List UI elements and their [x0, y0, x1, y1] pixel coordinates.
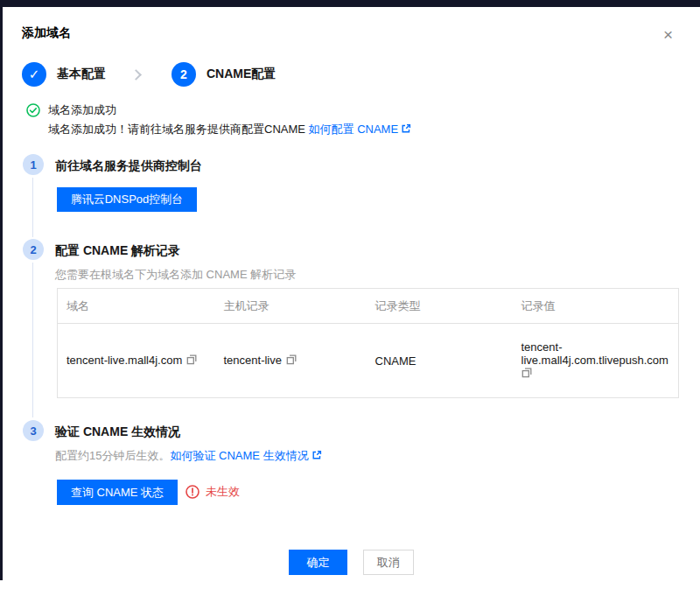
background-page-top-edge	[0, 0, 700, 7]
record-type-value: CNAME	[375, 354, 416, 368]
domain-value: tencent-live.mall4j.com	[66, 354, 182, 367]
step-connector-line	[32, 263, 33, 417]
copy-icon[interactable]	[286, 354, 297, 368]
cell-host-record: tencent-live	[215, 324, 367, 398]
chevron-right-icon	[130, 69, 142, 81]
check-icon: ✓	[29, 67, 40, 82]
close-icon[interactable]: ×	[663, 26, 673, 43]
cell-domain: tencent-live.mall4j.com	[58, 324, 215, 398]
column-header-host-record: 主机记录	[215, 289, 367, 324]
record-value: tencent-live.mall4j.com.tlivepush.com	[522, 340, 668, 367]
copy-icon[interactable]	[186, 354, 197, 368]
column-header-domain: 域名	[58, 289, 215, 324]
section-2-number: 2	[23, 239, 44, 260]
wizard-step-basic-config[interactable]: ✓ 基本配置	[22, 62, 106, 87]
wizard-steps: ✓ 基本配置 2 CNAME配置	[22, 62, 276, 87]
alert-message: 域名添加成功！请前往域名服务提供商配置CNAME 如何配置 CNAME	[48, 122, 411, 137]
external-link-icon	[312, 450, 322, 463]
cell-record-value: tencent-live.mall4j.com.tlivepush.com	[513, 324, 679, 398]
section-1-title: 前往域名服务提供商控制台	[55, 158, 202, 174]
how-to-verify-cname-link[interactable]: 如何验证 CNAME 生效情况	[170, 449, 308, 462]
copy-icon[interactable]	[522, 368, 532, 381]
section-2-title: 配置 CNAME 解析记录	[55, 243, 180, 259]
cell-record-type: CNAME	[367, 324, 513, 398]
dnspod-console-button[interactable]: 腾讯云DNSPod控制台	[57, 187, 197, 212]
column-header-record-value: 记录值	[513, 289, 679, 324]
dialog-title: 添加域名	[22, 25, 71, 41]
query-cname-status-button[interactable]: 查询 CNAME 状态	[57, 480, 178, 505]
alert-message-text: 域名添加成功！请前往域名服务提供商配置CNAME	[48, 123, 309, 136]
wizard-step-label: 基本配置	[57, 67, 106, 82]
how-to-configure-cname-link[interactable]: 如何配置 CNAME	[309, 123, 399, 136]
section-3-hint: 配置约15分钟后生效。如何验证 CNAME 生效情况	[55, 448, 322, 464]
table-row: tencent-live.mall4j.com tencent-live CNA…	[58, 324, 679, 398]
external-link-icon	[401, 123, 411, 137]
effective-time-text: 配置约15分钟后生效。	[55, 449, 170, 462]
step-number-circle: 2	[172, 62, 196, 87]
wizard-step-label: CNAME配置	[206, 67, 276, 82]
success-check-circle-icon	[26, 103, 40, 117]
section-3-title: 验证 CNAME 生效情况	[55, 424, 180, 440]
confirm-button[interactable]: 确定	[289, 550, 347, 575]
cname-records-table: 域名 主机记录 记录类型 记录值 tencent-live.mall4j.com…	[57, 288, 679, 398]
section-2-hint: 您需要在根域名下为域名添加 CNAME 解析记录	[55, 267, 296, 283]
step-done-circle: ✓	[22, 62, 46, 87]
column-header-record-type: 记录类型	[367, 289, 513, 324]
cancel-button[interactable]: 取消	[363, 550, 414, 575]
step-connector-line	[32, 178, 33, 237]
exclamation-circle-icon	[186, 485, 200, 499]
status-text: 未生效	[206, 484, 240, 500]
section-3-number: 3	[23, 420, 44, 441]
wizard-step-cname-config[interactable]: 2 CNAME配置	[172, 62, 276, 87]
background-page-left-edge	[0, 7, 3, 580]
status-badge: 未生效	[186, 484, 240, 500]
alert-title: 域名添加成功	[48, 102, 116, 118]
host-record-value: tencent-live	[224, 354, 282, 367]
table-header-row: 域名 主机记录 记录类型 记录值	[58, 289, 679, 324]
section-1-number: 1	[23, 154, 44, 175]
